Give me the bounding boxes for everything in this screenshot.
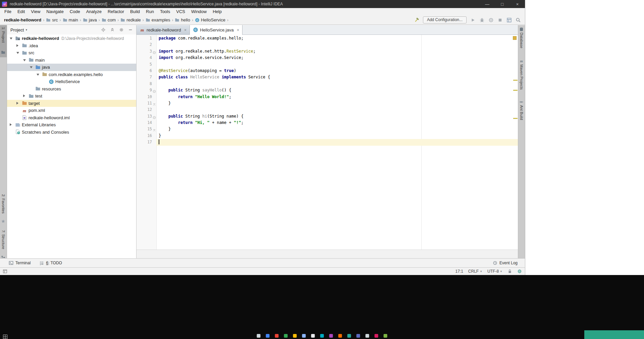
code-line-6[interactable]: 6@RestService(automapping = true) [137, 68, 518, 74]
taskbar-app-icon[interactable] [366, 334, 369, 338]
taskbar-app-icon[interactable] [311, 334, 315, 338]
code-line-7[interactable]: 7public class HelloService implements Se… [137, 74, 518, 80]
tool-button-ant-build[interactable]: Ant Build [520, 105, 524, 120]
breadcrumb-item-hello[interactable]: hello [175, 17, 190, 22]
hide-icon[interactable] [128, 27, 133, 32]
menu-vcs[interactable]: VCS [173, 8, 188, 15]
chevron-expanded-icon[interactable] [30, 66, 33, 68]
tool-button-event-log[interactable]: Event Log [493, 261, 518, 265]
globe-icon[interactable] [517, 269, 522, 274]
warning-stripe-mark[interactable] [513, 80, 518, 81]
menu-navigate[interactable]: Navigate [43, 8, 66, 15]
tool-button-maven-projects[interactable]: Maven Projects [520, 64, 524, 90]
locate-icon[interactable] [101, 27, 106, 32]
taskbar-app-icon[interactable] [384, 334, 387, 338]
tree-row-main[interactable]: main [7, 57, 136, 64]
menu-code[interactable]: Code [67, 8, 83, 15]
menu-tools[interactable]: Tools [157, 8, 173, 15]
chevron-collapsed-icon[interactable] [23, 94, 25, 97]
tree-row-redkale-helloword-iml[interactable]: redkale-helloword.iml [7, 114, 136, 122]
taskbar-widget[interactable] [584, 330, 644, 339]
taskbar-app-icon[interactable] [357, 334, 360, 338]
tool-button-database[interactable]: Database [520, 32, 524, 48]
code-line-2[interactable]: 2 [137, 42, 518, 48]
taskbar-app-icon[interactable] [329, 334, 333, 338]
tool-button--structure[interactable]: 7: Structure [1, 230, 5, 249]
code-line-14[interactable]: 14 return "Hi, " + name + "!"; [137, 120, 518, 126]
tree-row-target[interactable]: target [7, 100, 136, 107]
tool-button--favorites[interactable]: 2: Favorites [1, 194, 5, 213]
code-line-12[interactable]: 12 [137, 107, 518, 113]
minimize-button[interactable]: — [480, 0, 495, 8]
start-button-icon[interactable] [3, 335, 7, 339]
menu-file[interactable]: File [1, 8, 14, 15]
code-line-13[interactable]: 13 public String hi(String name) { [137, 113, 518, 120]
search-icon[interactable] [516, 17, 521, 23]
breadcrumb-item-src[interactable]: src [46, 17, 58, 22]
code-line-11[interactable]: 11 } [137, 100, 518, 107]
menu-edit[interactable]: Edit [14, 8, 28, 15]
stop-icon[interactable] [497, 17, 503, 23]
tree-row-test[interactable]: test [7, 92, 136, 100]
close-icon[interactable]: × [184, 27, 187, 32]
code-line-5[interactable]: 5 [137, 61, 518, 68]
tree-row-java[interactable]: java [7, 64, 136, 71]
tree-row-scratches-and-consoles[interactable]: Scratches and Consoles [7, 129, 136, 136]
menu-analyze[interactable]: Analyze [83, 8, 105, 15]
code-line-10[interactable]: 10 return "Hello World!"; [137, 94, 518, 100]
menu-help[interactable]: Help [210, 8, 225, 15]
taskbar-app-icon[interactable] [284, 334, 288, 338]
menu-build[interactable]: Build [127, 8, 143, 15]
taskbar-app-icon[interactable] [275, 334, 279, 338]
breadcrumb-item-main[interactable]: main [63, 17, 78, 22]
code-line-4[interactable]: 4import org.redkale.service.Service; [137, 55, 518, 61]
breadcrumb-item-helloservice[interactable]: CHelloService [195, 17, 225, 22]
line-separator-widget[interactable]: CRLF ▼ [468, 269, 482, 274]
encoding-widget[interactable]: UTF-8 ▼ [487, 269, 502, 274]
tree-row-helloservice[interactable]: CHelloService [7, 78, 136, 85]
taskbar-app-icon[interactable] [302, 334, 306, 338]
toolwindow-switcher-icon[interactable] [3, 269, 7, 274]
breadcrumb-item-com[interactable]: com [102, 17, 116, 22]
warning-stripe-mark[interactable] [513, 118, 518, 119]
breadcrumb-item-redkale-helloword[interactable]: redkale-helloword [4, 17, 41, 22]
editor-area[interactable]: mredkale-helloword×CHelloService.java× 1… [137, 25, 518, 258]
tool-button--project[interactable]: 1: Project [1, 27, 5, 43]
taskbar-app-icon[interactable] [266, 334, 270, 338]
chevron-expanded-icon[interactable] [23, 59, 26, 61]
breadcrumb-item-java[interactable]: java [83, 17, 97, 22]
code-line-15[interactable]: 15 } [137, 126, 518, 132]
add-configuration-button[interactable]: Add Configuration... [423, 16, 467, 23]
run-icon[interactable] [470, 17, 476, 23]
code-line-16[interactable]: 16} [137, 133, 518, 139]
code-line-17[interactable]: 17 [137, 139, 518, 145]
code-line-1[interactable]: 1package com.redkale.examples.hello; [137, 35, 518, 42]
caret-position-widget[interactable]: 17:1 [455, 269, 463, 274]
settings-icon[interactable] [119, 27, 124, 32]
tree-row--idea[interactable]: .idea [7, 42, 136, 50]
coverage-icon[interactable] [488, 17, 494, 23]
editor-tab-helloservice-java[interactable]: CHelloService.java× [190, 25, 243, 35]
taskbar-app-icon[interactable] [375, 334, 378, 338]
menu-window[interactable]: Window [188, 8, 210, 15]
code-line-8[interactable]: 8 [137, 81, 518, 87]
maximize-button[interactable]: □ [495, 0, 510, 8]
chevron-collapsed-icon[interactable] [10, 123, 12, 126]
code-line-9[interactable]: 9 public String sayHello() { [137, 87, 518, 93]
warning-stripe-mark[interactable] [513, 90, 518, 91]
chevron-expanded-icon[interactable] [10, 38, 12, 40]
project-view-selector[interactable]: Project [10, 27, 24, 32]
chevron-collapsed-icon[interactable] [16, 102, 18, 105]
code-line-3[interactable]: 3import org.redkale.net.http.RestService… [137, 48, 518, 55]
inspection-status-icon[interactable] [513, 36, 517, 40]
debug-icon[interactable] [479, 17, 485, 23]
close-icon[interactable]: × [237, 27, 239, 32]
tool-grid-icon[interactable] [506, 17, 512, 23]
breadcrumb-item-redkale[interactable]: redkale [120, 17, 141, 22]
tree-row-resources[interactable]: resources [7, 85, 136, 93]
breadcrumb-item-examples[interactable]: examples [146, 17, 170, 22]
lock-icon[interactable] [507, 269, 512, 274]
tool-button--todo[interactable]: 6: TODO [39, 261, 62, 265]
close-button[interactable]: × [510, 0, 525, 8]
menu-refactor[interactable]: Refactor [105, 8, 127, 15]
